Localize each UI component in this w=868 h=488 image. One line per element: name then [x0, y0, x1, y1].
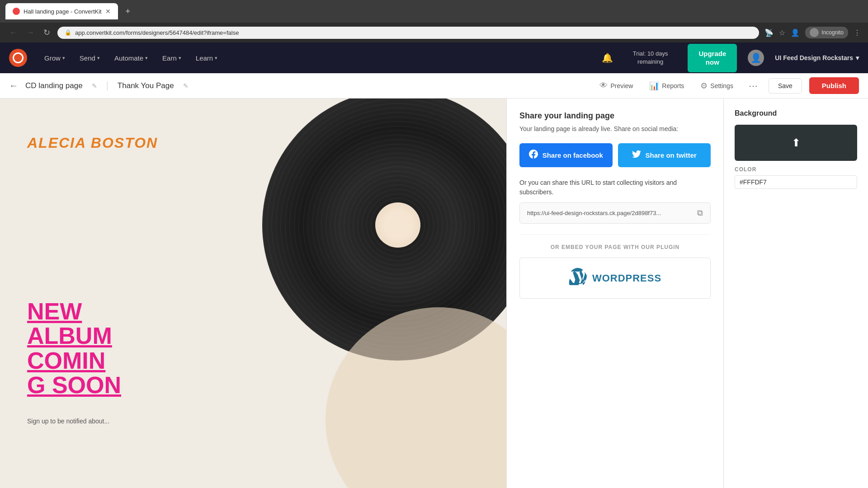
incognito-badge: Incognito [805, 27, 848, 38]
bell-icon[interactable]: 🔔 [602, 52, 613, 63]
trial-line2: remaining [633, 58, 668, 66]
preview-button[interactable]: 👁 Preview [595, 78, 637, 93]
sub-title-edit-icon[interactable]: ✎ [183, 82, 189, 89]
signup-text: Sign up to be notified about... [27, 418, 109, 425]
page-header: ← CD landing page ✎ | Thank You Page ✎ 👁… [0, 73, 868, 99]
forward-nav-button[interactable]: → [24, 26, 36, 39]
share-panel: Share your landing page Your landing pag… [506, 99, 723, 488]
url-text: app.convertkit.com/forms/designers/56474… [75, 29, 239, 36]
user-org[interactable]: UI Feed Design Rockstars ▾ [775, 54, 859, 61]
profile-icon[interactable]: 👤 [791, 28, 800, 37]
preview-icon: 👁 [599, 81, 608, 90]
nav-earn-label: Earn [162, 54, 177, 62]
more-options-button[interactable]: ⋯ [745, 79, 761, 93]
settings-button[interactable]: ⚙ Settings [696, 78, 738, 94]
facebook-label: Share on facebook [542, 151, 603, 159]
sub-page-title: Thank You Page [118, 81, 174, 90]
url-box: https://ui-feed-design-rockstars.ck.page… [519, 202, 711, 224]
reload-button[interactable]: ↻ [42, 26, 52, 39]
artist-name: ALECIA BOSTON [27, 135, 158, 151]
url-value: https://ui-feed-design-rockstars.ck.page… [527, 210, 692, 216]
new-tab-button[interactable]: + [122, 5, 134, 18]
album-line1: NEW [27, 299, 121, 324]
nav-send[interactable]: Send ▾ [73, 51, 106, 66]
wordpress-icon [569, 267, 587, 289]
twitter-share-button[interactable]: Share on twitter [618, 143, 711, 167]
facebook-icon [529, 150, 538, 161]
facebook-share-button[interactable]: Share on facebook [519, 143, 613, 167]
browser-tab[interactable]: Hall landing page - ConvertKit ✕ [5, 3, 118, 19]
twitter-icon [632, 150, 641, 161]
embed-section: OR EMBED YOUR PAGE WITH OUR PLUGIN WordP… [519, 235, 711, 299]
share-title: Share your landing page [519, 111, 711, 121]
back-button[interactable]: ← [9, 80, 18, 91]
nav-automate-chevron: ▾ [145, 55, 148, 61]
browser-actions: 📡 ☆ 👤 Incognito ⋮ [764, 27, 861, 38]
preview-label: Preview [610, 82, 633, 89]
album-title: NEW ALBUM COMIN G SOON [27, 299, 121, 398]
album-line4: G SOON [27, 373, 121, 398]
publish-button[interactable]: Publish [809, 77, 859, 94]
back-nav-button[interactable]: ← [7, 26, 19, 39]
title-divider: | [106, 80, 108, 91]
nav-learn[interactable]: Learn ▾ [189, 51, 224, 66]
bookmark-icon[interactable]: ☆ [779, 28, 785, 37]
right-panel: Background ⬆ COLOR #FFFDF7 [723, 99, 868, 488]
reports-label: Reports [662, 82, 684, 89]
twitter-label: Share on twitter [646, 151, 697, 159]
avatar: 👤 [748, 50, 764, 66]
browser-controls: ← → ↻ 🔒 app.convertkit.com/forms/designe… [0, 23, 868, 42]
album-line2: ALBUM [27, 324, 121, 348]
nav-send-label: Send [80, 54, 95, 62]
copy-icon[interactable]: ⧉ [697, 208, 703, 218]
menu-icon[interactable]: ⋮ [854, 28, 861, 37]
share-url-label: Or you can share this URL to start colle… [519, 178, 711, 197]
app-logo[interactable] [9, 49, 27, 67]
color-value[interactable]: #FFFDF7 [735, 175, 857, 189]
background-color-preview[interactable]: ⬆ [735, 125, 857, 161]
nav-automate-label: Automate [114, 54, 143, 62]
color-label: COLOR [735, 166, 857, 173]
wordpress-embed-button[interactable]: WordPress [519, 258, 711, 299]
incognito-icon [810, 28, 819, 37]
main-content: ALECIA BOSTON NEW ALBUM COMIN G SOON Sig… [0, 99, 868, 488]
incognito-label: Incognito [821, 29, 844, 36]
nav-earn-chevron: ▾ [179, 55, 181, 61]
settings-label: Settings [710, 82, 733, 89]
upload-icon: ⬆ [792, 136, 801, 149]
nav-items: Grow ▾ Send ▾ Automate ▾ Earn ▾ Learn ▾ [38, 51, 224, 66]
cast-icon[interactable]: 📡 [764, 28, 774, 37]
tab-close-icon[interactable]: ✕ [105, 8, 111, 15]
nav-grow-label: Grow [44, 54, 61, 62]
trial-line1: Trial: 10 days [633, 50, 668, 58]
page-title-edit-icon[interactable]: ✎ [92, 82, 97, 89]
settings-icon: ⚙ [700, 81, 708, 91]
share-subtitle: Your landing page is already live. Share… [519, 125, 711, 132]
nav-learn-label: Learn [196, 54, 213, 62]
org-chevron: ▾ [856, 54, 859, 61]
landing-background: ALECIA BOSTON NEW ALBUM COMIN G SOON Sig… [0, 99, 506, 488]
reports-icon: 📊 [649, 81, 659, 91]
nav-send-chevron: ▾ [97, 55, 100, 61]
nav-automate[interactable]: Automate ▾ [108, 51, 154, 66]
trial-badge: Trial: 10 days remaining [624, 50, 677, 66]
tab-favicon [13, 8, 20, 15]
tab-title: Hall landing page - ConvertKit [24, 8, 102, 15]
upgrade-button[interactable]: Upgrade now [688, 44, 737, 72]
background-section-title: Background [735, 109, 857, 117]
address-bar[interactable]: 🔒 app.convertkit.com/forms/designers/564… [57, 27, 759, 39]
nav-grow[interactable]: Grow ▾ [38, 51, 71, 66]
nav-earn[interactable]: Earn ▾ [156, 51, 188, 66]
social-buttons: Share on facebook Share on twitter [519, 143, 711, 167]
save-button[interactable]: Save [769, 78, 802, 94]
embed-label: OR EMBED YOUR PAGE WITH OUR PLUGIN [519, 244, 711, 250]
logo-inner [13, 52, 24, 63]
wordpress-label: WordPress [592, 272, 661, 284]
album-line3: COMIN [27, 348, 121, 373]
lock-icon: 🔒 [65, 29, 71, 36]
reports-button[interactable]: 📊 Reports [645, 78, 689, 94]
nav-grow-chevron: ▾ [62, 55, 65, 61]
page-actions: 👁 Preview 📊 Reports ⚙ Settings ⋯ Save Pu… [595, 77, 859, 94]
user-org-name: UI Feed Design Rockstars [775, 54, 853, 61]
page-title: CD landing page [25, 81, 83, 90]
